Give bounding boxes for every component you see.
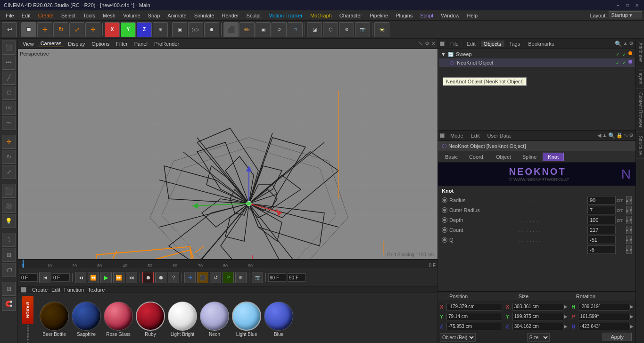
neoknot-vis-editor[interactable]: ✓ <box>615 60 620 65</box>
render-end-field[interactable] <box>288 273 305 282</box>
attr-tab-coord[interactable]: Coord. <box>464 153 490 161</box>
attr-tab-basic[interactable]: Basic <box>440 153 463 161</box>
jump-start-button[interactable]: ⏮ <box>75 272 86 283</box>
depth-radio[interactable] <box>442 217 447 223</box>
menu-mograph[interactable]: MoGraph <box>306 12 336 19</box>
maximize-button[interactable]: □ <box>624 2 631 8</box>
camera2-button[interactable]: 🎥 <box>2 199 16 213</box>
menu-file[interactable]: File <box>2 12 18 19</box>
viewport-canvas[interactable]: Perspective Grid Spacing : 100 cm <box>18 49 438 259</box>
shading-button[interactable]: ◪ <box>307 22 322 37</box>
scale-button[interactable]: ⤢ <box>2 165 16 179</box>
size-mode-select[interactable]: Size Scale <box>527 333 550 342</box>
position-y-field[interactable]: 79.14 cm <box>446 313 502 320</box>
outer-radius-spinner[interactable]: ▲▼ <box>626 206 632 214</box>
record-button[interactable]: ⏺ <box>204 22 219 37</box>
model-mode-button[interactable]: 🔲 <box>21 22 36 37</box>
menu-volume[interactable]: Volume <box>119 12 144 19</box>
viewport-tab-options[interactable]: Options <box>89 41 112 47</box>
q-spinner[interactable]: ▲▼ <box>626 236 632 244</box>
menu-character[interactable]: Character <box>336 12 366 19</box>
start-frame-field[interactable] <box>52 273 70 282</box>
attrs-mode-button[interactable]: Mode <box>447 132 466 139</box>
side-tab-layers[interactable]: Layers <box>636 66 644 89</box>
attrs-back-icon[interactable]: ◀ <box>597 132 601 139</box>
spline-mode-button[interactable]: 〜 <box>2 116 16 130</box>
materials-texture-button[interactable]: Texture <box>88 287 105 293</box>
position-x-field[interactable]: -179.379 cm <box>446 303 502 310</box>
mat-rose-glass[interactable]: Rose Glass <box>104 302 133 337</box>
viewport-tab-prorender[interactable]: ProRender <box>151 41 182 47</box>
light-button[interactable]: ☀ <box>374 22 389 37</box>
menu-plugins[interactable]: Plugins <box>392 12 416 19</box>
play-button[interactable]: ▶ <box>100 272 112 283</box>
auto-key-button[interactable]: ⏺ <box>155 272 166 283</box>
close-button[interactable]: ✕ <box>634 2 640 8</box>
q-value[interactable]: -51 <box>587 236 616 244</box>
snap-button[interactable]: 🧲 <box>2 297 16 311</box>
cube-view-button[interactable]: ⬛ <box>223 22 239 37</box>
scale-tool-button[interactable]: ⤢ <box>69 22 84 37</box>
menu-edit[interactable]: Edit <box>18 12 34 19</box>
anim-button[interactable]: ▷▷ <box>188 22 203 37</box>
viewport-tab-view[interactable]: View <box>20 41 37 47</box>
scale-key-button[interactable]: ⬛ <box>197 272 208 283</box>
help-button[interactable]: ? <box>168 272 179 283</box>
record-mode-button[interactable]: ⏺ <box>142 272 154 283</box>
attrs-settings-icon[interactable]: ⚙ <box>629 132 634 139</box>
attrs-edit-button[interactable]: Edit <box>468 132 483 139</box>
move-button[interactable]: ✛ <box>2 135 16 149</box>
mat-light-blue[interactable]: Light Blue <box>232 302 261 337</box>
menu-window[interactable]: Window <box>437 12 463 19</box>
minimize-button[interactable]: − <box>615 2 621 8</box>
attr-tab-object[interactable]: Object <box>491 153 516 161</box>
viewport-settings-icon[interactable]: ⚙ <box>425 41 429 47</box>
coord-mode-select[interactable]: Object (Rel) World <box>440 333 476 342</box>
jump-end-button[interactable]: ⏭ <box>126 272 137 283</box>
z-axis-button[interactable]: Z <box>137 22 152 37</box>
camera-button[interactable]: 📷 <box>355 22 370 37</box>
polygons-mode-button[interactable]: ⬡ <box>2 86 16 100</box>
world-coords-button[interactable]: ⊞ <box>153 22 168 37</box>
menu-select[interactable]: Select <box>58 12 80 19</box>
loop-key-button[interactable]: ↺ <box>210 272 221 283</box>
mat-beer-bottle[interactable]: Beer Bottle <box>40 302 69 337</box>
count-radio[interactable] <box>442 227 447 233</box>
side-tab-content-browser[interactable]: Content Browser <box>636 89 644 131</box>
step-back-button[interactable]: ⏪ <box>88 272 99 283</box>
frame-button[interactable]: ▣ <box>172 22 187 37</box>
undo-button[interactable]: ↩ <box>2 22 17 37</box>
attrs-fwd-icon[interactable]: ▲ <box>602 132 607 139</box>
mat-ruby[interactable]: Ruby <box>136 302 165 337</box>
materials-function-button[interactable]: Function <box>64 287 84 293</box>
points-mode-button[interactable]: ••• <box>2 56 16 70</box>
menu-help[interactable]: Help <box>463 12 482 19</box>
menu-snap[interactable]: Snap <box>144 12 164 19</box>
viewport-tab-display[interactable]: Display <box>65 41 88 47</box>
objects-tab-objects[interactable]: Objects <box>481 41 504 47</box>
search-icon[interactable]: 🔍 <box>615 41 622 47</box>
count-spinner[interactable]: ▲▼ <box>626 226 632 234</box>
light2-button[interactable]: 💡 <box>2 214 16 228</box>
prev-keyframe-button[interactable]: |◀ <box>39 272 50 283</box>
sweep-vis-editor[interactable]: ✓ <box>615 51 620 57</box>
array-button[interactable]: ⊞ <box>2 248 16 262</box>
objects-tab-file[interactable]: File <box>447 41 462 47</box>
up-icon[interactable]: ▲ <box>623 41 628 47</box>
mat-neon[interactable]: Neon <box>200 302 229 337</box>
keyframe-display-button[interactable]: ⊞ <box>235 272 247 283</box>
menu-animate[interactable]: Animate <box>164 12 190 19</box>
radius-spinner[interactable]: ▲▼ <box>626 196 632 204</box>
radius-value[interactable]: 90 <box>587 196 616 204</box>
menu-sculpt[interactable]: Sculpt <box>243 12 265 19</box>
mat-sapphire[interactable]: Sapphire <box>72 302 101 337</box>
q-sub-value[interactable]: -6 <box>587 245 616 254</box>
attrs-lock-icon[interactable]: 🔒 <box>616 132 623 139</box>
depth-spinner[interactable]: ▲▼ <box>626 216 632 224</box>
size-y-field[interactable]: 199.975 cm <box>512 313 564 320</box>
q-radio[interactable] <box>442 237 447 243</box>
outer-radius-value[interactable]: 7 <box>587 206 616 214</box>
position-z-field[interactable]: -75.953 cm <box>446 323 502 330</box>
settings-icon[interactable]: ⚙ <box>629 41 634 47</box>
menu-pipeline[interactable]: Pipeline <box>366 12 392 19</box>
